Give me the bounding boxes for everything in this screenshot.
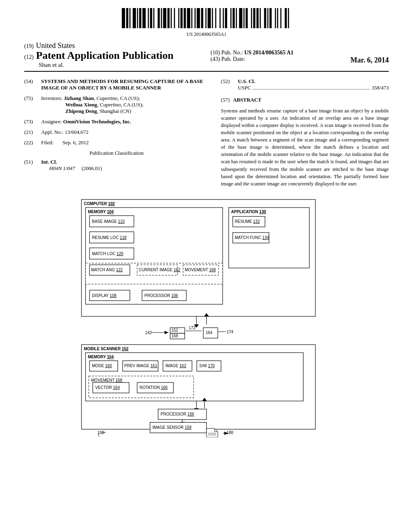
uspc-row: USPC 358/473 [238,85,389,91]
svg-rect-28 [219,8,221,28]
sw-label: S/W 170 [199,364,215,368]
svg-rect-43 [269,8,271,28]
us-cl-label: (52) [221,78,238,93]
svg-rect-37 [251,8,252,28]
pub-class-header: Publication Classification [24,150,209,156]
movement2-label: MOVEMENT 168 [91,378,123,382]
svg-rect-4 [137,8,138,28]
svg-rect-46 [280,8,282,28]
mode-label: MODE 160 [92,364,112,368]
small-152-label: 152 [171,328,178,332]
computer-label: COMPUTER 102 [84,202,115,206]
svg-rect-15 [174,8,175,28]
abstract-text: Systems and methods resume capture of a … [221,107,389,187]
assignee-content: Assignee: OmniVision Technologies, Inc. [41,118,209,125]
pub-no-line: (10) Pub. No.: US 2014/0063565 A1 [211,50,389,56]
assignee-field: (73) Assignee: OmniVision Technologies, … [24,118,209,125]
int-cl-content: Int. Cl. H04N 1/047 (2006.01) [41,159,209,172]
svg-rect-35 [244,8,245,28]
vector-label: VECTOR 164 [95,385,120,390]
header-left: (19) United States (12) Patent Applicati… [24,42,202,69]
svg-rect-40 [260,8,261,28]
abstract-heading: ABSTRACT [233,97,261,103]
match-func-label: MATCH FUNC 134 [235,235,269,240]
svg-rect-36 [246,8,248,28]
match-ang-label: MATCH ANG 122 [91,268,123,272]
assignee-label: (73) [24,118,41,125]
rotation-label: ROTATION 166 [140,385,168,390]
svg-rect-8 [150,8,152,28]
inventors-field: (75) Inventors: Jizhang Shan, Cupertino,… [24,95,209,114]
svg-rect-14 [171,8,172,28]
svg-rect-29 [223,8,224,28]
page: // We'll generate bars via inline rect e… [0,0,413,453]
svg-rect-0 [122,8,125,28]
document-icon [206,428,218,437]
ref-172: 172 [189,326,196,330]
appl-content: Appl. No.: 13/604,672 [41,129,209,135]
base-image-label: BASE IMAGE 110 [92,219,125,224]
match-loc-label: MATCH LOC 120 [92,251,123,256]
svg-rect-32 [233,8,235,28]
svg-rect-31 [230,8,232,28]
small-164-label: 164 [206,330,213,335]
title-label: (54) [24,78,41,91]
svg-rect-21 [194,8,196,28]
pub-number: US 20140063565A1 [24,31,389,37]
ref-142: 142 [145,330,152,335]
svg-rect-44 [275,8,276,28]
resume-loc-label: RESUME LOC 118 [92,235,127,240]
col-right: (52) U.S. Cl. USPC 358/473 (57) ABSTRACT… [221,78,389,187]
ref-180-label: 180 [227,430,234,435]
current-image-label: CURRENT IMAGE 162 [139,268,181,272]
svg-rect-16 [178,8,179,28]
svg-rect-5 [139,8,141,28]
abstract-section: (57) ABSTRACT Systems and methods resume… [221,97,389,187]
arrowhead-142 [165,331,169,334]
int-cl-label: (51) [24,159,41,172]
header-section: (19) United States (12) Patent Applicati… [24,42,389,72]
title-field: (54) SYSTEMS AND METHODS FOR RESUMING CA… [24,78,209,91]
svg-rect-23 [201,8,203,28]
mobile-scanner-label: MOBILE SCANNER 152 [84,347,129,351]
pub-date-line: (43) Pub. Date: Mar. 6, 2014 [211,56,389,64]
svg-rect-1 [126,8,128,28]
svg-rect-9 [153,8,154,28]
prev-image-label: PREV IMAGE 161 [124,364,157,368]
svg-rect-38 [253,8,255,28]
svg-rect-17 [180,8,182,28]
col-left: (54) SYSTEMS AND METHODS FOR RESUMING CA… [24,78,209,187]
svg-rect-24 [205,8,206,28]
filed-content: Filed: Sep. 6, 2012 [41,139,209,146]
svg-rect-47 [285,8,287,28]
svg-rect-45 [277,8,278,28]
image-sensor-label: IMAGE SENSOR 158 [152,425,192,430]
main-content: (54) SYSTEMS AND METHODS FOR RESUMING CA… [24,78,389,187]
country: United States [36,42,75,50]
svg-rect-7 [148,8,149,28]
filed-field: (22) Filed: Sep. 6, 2012 [24,139,209,146]
svg-rect-11 [161,8,162,28]
doc-type: Patent Application Publication [36,50,173,62]
abstract-label: (57) [221,97,230,103]
doc-type-label: (12) [24,54,33,60]
svg-rect-10 [158,8,160,28]
svg-rect-30 [225,8,227,28]
svg-rect-6 [142,8,146,28]
image-label: IMAGE 162 [165,364,186,368]
processor2-label: PROCESSOR 156 [161,412,194,416]
appl-field: (21) Appl. No.: 13/604,672 [24,129,209,135]
inventors-line: Shan et al. [39,62,64,68]
title-text: SYSTEMS AND METHODS FOR RESUMING CAPTURE… [41,78,209,91]
svg-rect-19 [187,8,190,28]
inventors-content: Inventors: Jizhang Shan, Cupertino, CA (… [41,95,209,114]
us-cl-field: (52) U.S. Cl. USPC 358/473 [221,78,389,93]
ref-174: 174 [227,330,234,334]
svg-rect-18 [184,8,186,28]
svg-rect-42 [267,8,269,28]
memory2-label: MEMORY 154 [88,355,114,359]
svg-rect-41 [264,8,266,28]
processor-label: PROCESSOR 106 [144,293,178,298]
system-diagram: COMPUTER 102 MEMORY 104 BASE IMAGE 110 R… [77,195,336,437]
svg-rect-48 [288,8,289,28]
